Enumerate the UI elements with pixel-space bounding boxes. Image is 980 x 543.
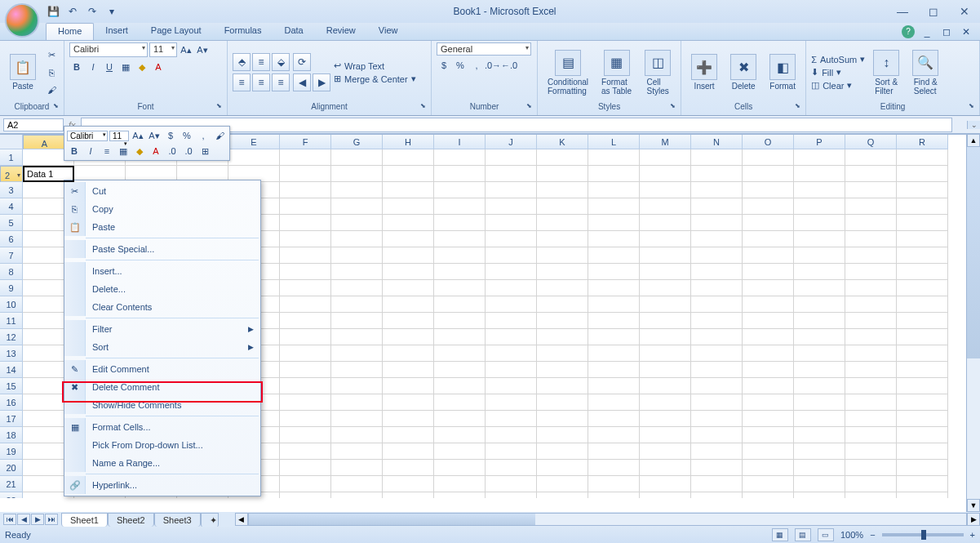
increase-decimal-icon[interactable]: .0→ <box>486 58 500 73</box>
cell[interactable] <box>845 280 897 296</box>
cell[interactable] <box>588 411 640 427</box>
cell[interactable] <box>537 460 588 476</box>
cell[interactable] <box>537 247 588 264</box>
cell[interactable] <box>537 411 588 427</box>
align-center-icon[interactable]: ≡ <box>252 73 270 91</box>
zoom-value[interactable]: 100% <box>840 530 863 540</box>
cell[interactable] <box>588 476 640 492</box>
row-header[interactable]: 9 <box>0 280 23 296</box>
row-header[interactable]: 3 <box>0 182 23 198</box>
mdi-min-icon[interactable]: _ <box>920 24 934 39</box>
cell[interactable] <box>897 394 948 411</box>
cell[interactable] <box>845 166 897 182</box>
cell[interactable] <box>743 313 794 329</box>
cell[interactable] <box>845 247 897 264</box>
cell[interactable] <box>383 492 434 498</box>
mini-font-select[interactable]: Calibri <box>67 131 108 141</box>
cell[interactable] <box>588 247 640 264</box>
cell[interactable] <box>537 492 588 498</box>
cell[interactable] <box>537 182 588 198</box>
copy-icon[interactable]: ⎘ <box>44 65 59 80</box>
cell[interactable] <box>280 215 331 231</box>
cell[interactable] <box>845 198 897 215</box>
page-layout-view-icon[interactable]: ▤ <box>795 528 811 541</box>
cell[interactable] <box>640 280 691 296</box>
mini-grow-icon[interactable]: A▴ <box>131 129 145 142</box>
cell[interactable] <box>691 166 743 182</box>
ctx-sort[interactable]: Sort▶ <box>64 338 260 356</box>
cell[interactable] <box>383 394 434 411</box>
cell[interactable] <box>640 182 691 198</box>
cell[interactable] <box>383 411 434 427</box>
cell[interactable] <box>743 231 794 247</box>
cell[interactable] <box>794 443 845 460</box>
cell[interactable] <box>383 264 434 280</box>
cell[interactable] <box>897 166 948 182</box>
cell[interactable] <box>331 149 383 166</box>
cell[interactable] <box>331 247 383 264</box>
cell[interactable] <box>588 313 640 329</box>
cell[interactable] <box>486 264 537 280</box>
mini-merge-icon[interactable]: ⊞ <box>197 145 212 158</box>
cell[interactable] <box>588 492 640 498</box>
cell[interactable] <box>486 182 537 198</box>
cell[interactable] <box>588 460 640 476</box>
cell[interactable] <box>486 280 537 296</box>
cell[interactable] <box>383 378 434 394</box>
delete-cells-button[interactable]: ✖Delete <box>725 52 761 92</box>
cell[interactable] <box>845 149 897 166</box>
mini-fontcolor-icon[interactable]: A <box>149 145 163 158</box>
cell[interactable] <box>486 345 537 362</box>
mini-dollar-icon[interactable]: $ <box>163 129 178 142</box>
cell[interactable] <box>794 166 845 182</box>
cell[interactable] <box>640 394 691 411</box>
cell[interactable] <box>383 476 434 492</box>
cell[interactable] <box>537 476 588 492</box>
cell[interactable] <box>743 427 794 443</box>
cell[interactable] <box>383 313 434 329</box>
sort-filter-button[interactable]: ↕Sort & Filter <box>868 48 904 97</box>
paste-button[interactable]: 📋 Paste <box>5 52 41 92</box>
cell[interactable] <box>691 329 743 345</box>
cell[interactable] <box>280 247 331 264</box>
cell[interactable] <box>794 296 845 313</box>
row-header[interactable]: 1 <box>0 149 23 166</box>
cell[interactable] <box>486 394 537 411</box>
cell[interactable] <box>588 280 640 296</box>
percent-icon[interactable]: % <box>453 58 468 73</box>
cell[interactable] <box>486 313 537 329</box>
cell[interactable] <box>383 443 434 460</box>
cell[interactable] <box>897 264 948 280</box>
cell[interactable] <box>486 362 537 378</box>
cell[interactable] <box>434 394 486 411</box>
cell[interactable] <box>486 198 537 215</box>
cell[interactable] <box>383 149 434 166</box>
horizontal-scrollbar[interactable]: ◀ ▶ <box>235 513 980 526</box>
cell[interactable] <box>537 198 588 215</box>
scroll-up-icon[interactable]: ▲ <box>967 134 980 147</box>
ctx-copy[interactable]: ⎘Copy <box>64 200 260 218</box>
cell[interactable] <box>743 166 794 182</box>
cell[interactable] <box>537 280 588 296</box>
cell[interactable] <box>537 231 588 247</box>
cell[interactable] <box>331 264 383 280</box>
vscroll-thumb[interactable] <box>967 147 980 358</box>
cell[interactable] <box>280 411 331 427</box>
ctx-paste[interactable]: 📋Paste <box>64 218 260 236</box>
cell[interactable] <box>280 149 331 166</box>
decrease-decimal-icon[interactable]: ←.0 <box>502 58 517 73</box>
tab-insert[interactable]: Insert <box>94 23 140 40</box>
cell[interactable] <box>691 182 743 198</box>
cell[interactable] <box>331 476 383 492</box>
cell[interactable] <box>280 296 331 313</box>
cell[interactable] <box>434 149 486 166</box>
row-header[interactable]: 22 <box>0 492 23 498</box>
cell[interactable] <box>743 443 794 460</box>
cell[interactable] <box>331 411 383 427</box>
wrap-text-button[interactable]: ↩Wrap Text <box>334 60 416 71</box>
cell[interactable] <box>588 362 640 378</box>
office-button[interactable] <box>5 3 39 38</box>
column-header[interactable]: R <box>897 135 948 149</box>
cell[interactable] <box>537 215 588 231</box>
cell[interactable] <box>434 427 486 443</box>
